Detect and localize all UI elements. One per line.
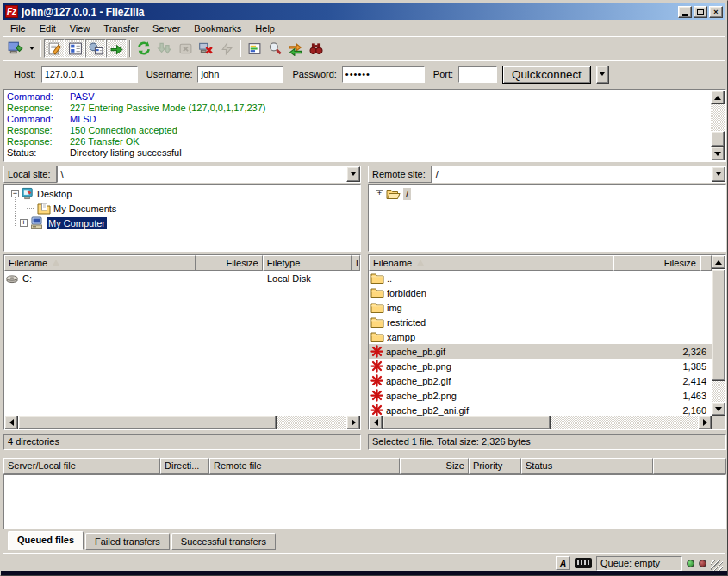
combo-dropdown-icon[interactable]	[346, 166, 360, 182]
combo-dropdown-icon[interactable]	[712, 166, 725, 182]
tab-queued-files[interactable]: Queued files	[8, 531, 84, 550]
column-header-remote-file[interactable]: Remote file	[209, 458, 400, 474]
menu-help[interactable]: Help	[248, 22, 282, 35]
column-header-last-modified[interactable]: L	[352, 255, 360, 271]
find-files-icon[interactable]	[306, 39, 327, 58]
scroll-down-icon[interactable]	[711, 147, 725, 160]
local-hscrollbar[interactable]	[4, 416, 360, 429]
titlebar[interactable]: Fz john@127.0.0.1 - FileZilla ×	[3, 3, 725, 20]
cancel-operation-icon[interactable]	[175, 39, 196, 58]
scroll-thumb[interactable]	[383, 416, 551, 429]
file-row[interactable]: apache_pb2.gif 2,414	[369, 373, 712, 388]
tree-item-desktop[interactable]: − Desktop	[4, 186, 360, 201]
toggle-transfer-queue-icon[interactable]	[106, 39, 127, 58]
local-site-value: \	[58, 169, 346, 179]
menu-server[interactable]: Server	[146, 22, 187, 35]
folder-icon	[370, 302, 384, 313]
file-name: apache_pb.gif	[386, 347, 625, 357]
synchronized-browsing-icon[interactable]	[285, 39, 306, 58]
log-scrollbar[interactable]	[711, 91, 725, 160]
file-row[interactable]: ..	[369, 271, 712, 285]
refresh-icon[interactable]	[134, 39, 154, 58]
remote-hscrollbar[interactable]	[369, 416, 712, 429]
scroll-right-icon[interactable]	[346, 416, 360, 429]
site-manager-icon[interactable]	[5, 39, 26, 58]
scroll-left-icon[interactable]	[369, 416, 383, 429]
host-input[interactable]	[41, 66, 138, 83]
column-header-priority[interactable]: Priority	[469, 458, 521, 474]
column-header-filesize[interactable]: Filesize	[196, 255, 262, 271]
remote-site-label: Remote site:	[368, 166, 432, 183]
scroll-up-icon[interactable]	[712, 255, 725, 269]
compare-directories-icon[interactable]	[264, 39, 285, 58]
remote-file-list: Filename Filesize .. forbidden img	[368, 254, 726, 430]
site-manager-dropdown-icon[interactable]	[26, 39, 37, 58]
scroll-down-icon[interactable]	[712, 402, 725, 416]
column-header-status[interactable]: Status	[521, 458, 653, 474]
transfer-queue-list[interactable]	[3, 474, 726, 529]
column-header-server-local-file[interactable]: Server/Local file	[3, 458, 160, 474]
disconnect-icon[interactable]	[196, 39, 216, 58]
collapse-icon[interactable]: −	[11, 190, 19, 197]
minimize-button[interactable]	[678, 6, 692, 18]
port-input[interactable]	[458, 66, 497, 83]
column-header-size[interactable]: Size	[400, 458, 469, 474]
folder-icon	[370, 272, 384, 284]
scroll-left-icon[interactable]	[4, 416, 18, 429]
file-row[interactable]: apache_pb2.png 1,463	[369, 388, 712, 403]
scroll-thumb[interactable]	[712, 269, 725, 381]
file-row[interactable]: restricted	[369, 315, 712, 329]
transfer-type-ascii-icon[interactable]: A	[556, 556, 570, 570]
toggle-remote-tree-icon[interactable]	[85, 39, 106, 58]
remote-site-combo[interactable]: /	[432, 166, 726, 183]
password-input[interactable]	[342, 66, 425, 83]
tree-item-my-documents[interactable]: My Documents	[4, 201, 360, 216]
file-row[interactable]: apache_pb.png 1,385	[369, 359, 712, 373]
file-row[interactable]: img	[369, 300, 712, 315]
reconnect-icon[interactable]	[216, 39, 237, 58]
menu-bookmarks[interactable]: Bookmarks	[187, 22, 248, 35]
scroll-right-icon[interactable]	[698, 416, 712, 429]
file-row[interactable]: xampp	[369, 329, 712, 344]
column-header-filetype[interactable]: Filetype	[263, 255, 352, 271]
quickconnect-dropdown-icon[interactable]	[596, 66, 609, 84]
file-size: 2,160	[625, 405, 712, 416]
file-row[interactable]: forbidden	[369, 285, 712, 300]
scroll-up-icon[interactable]	[711, 91, 725, 104]
menu-edit[interactable]: Edit	[33, 22, 63, 35]
expand-icon[interactable]: +	[20, 219, 28, 227]
tab-failed-transfers[interactable]: Failed transfers	[85, 533, 170, 550]
username-input[interactable]	[197, 66, 283, 83]
scroll-thumb[interactable]	[711, 131, 725, 147]
tree-item-my-computer[interactable]: + My Computer	[4, 216, 360, 230]
file-row-c-drive[interactable]: C: Local Disk	[4, 271, 360, 285]
column-header-filename[interactable]: Filename	[369, 255, 613, 271]
menu-file[interactable]: File	[3, 22, 33, 35]
close-button[interactable]: ×	[709, 6, 723, 18]
file-name: apache_pb2.gif	[386, 376, 625, 386]
local-site-combo[interactable]: \	[57, 166, 361, 183]
column-header-filename[interactable]: Filename	[4, 255, 196, 271]
scroll-thumb[interactable]	[18, 416, 277, 429]
directory-filters-icon[interactable]	[244, 39, 264, 58]
file-row[interactable]: apache_pb2_ani.gif 2,160	[369, 403, 712, 416]
column-header-direction[interactable]: Directi...	[160, 458, 209, 474]
remote-vscrollbar[interactable]	[712, 255, 725, 416]
toggle-message-log-icon[interactable]	[44, 39, 65, 58]
menu-transfer[interactable]: Transfer	[96, 22, 146, 35]
maximize-button[interactable]	[694, 6, 707, 18]
toggle-local-tree-icon[interactable]	[65, 39, 85, 58]
column-header-spacer	[653, 458, 726, 474]
menu-view[interactable]: View	[63, 22, 97, 35]
file-row-selected[interactable]: apache_pb.gif 2,326	[369, 344, 712, 359]
quickconnect-button[interactable]: Quickconnect	[502, 66, 591, 84]
column-header-filesize[interactable]: Filesize	[613, 255, 700, 271]
process-queue-icon[interactable]	[154, 39, 175, 58]
file-name: apache_pb2_ani.gif	[386, 405, 625, 416]
speed-limit-icon[interactable]	[575, 558, 592, 568]
tree-item-root[interactable]: + /	[369, 186, 725, 201]
host-label: Host:	[14, 69, 36, 79]
file-name: xampp	[387, 332, 625, 342]
tab-successful-transfers[interactable]: Successful transfers	[171, 533, 276, 550]
expand-icon[interactable]: +	[376, 190, 383, 197]
